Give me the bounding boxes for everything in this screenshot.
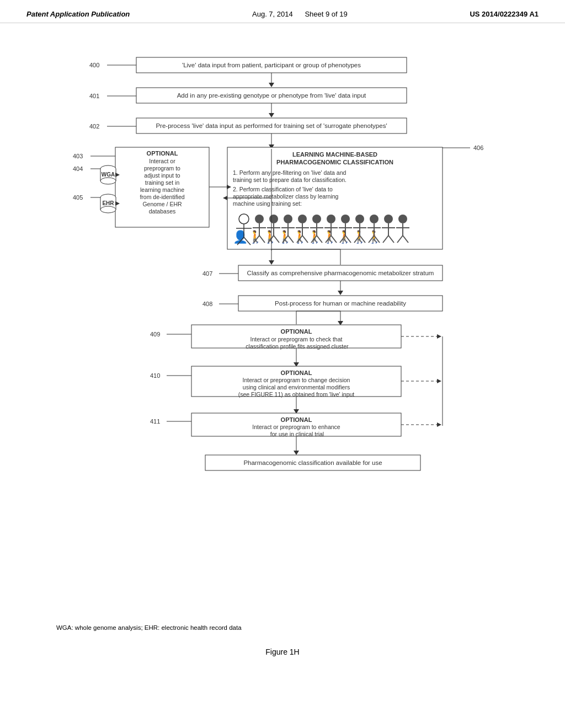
svg-point-57 bbox=[312, 215, 321, 223]
page-header: Patent Application Publication Aug. 7, 2… bbox=[0, 0, 565, 23]
node-411-title: OPTIONAL bbox=[281, 416, 312, 423]
label-403: 403 bbox=[73, 153, 83, 159]
node-411-l1: Interact or preprogram to enhance bbox=[252, 424, 340, 430]
node-406-p1b: training set to prepare data for classif… bbox=[233, 176, 347, 183]
node-403-l3: adjust input to bbox=[144, 172, 180, 179]
svg-point-72 bbox=[355, 215, 364, 223]
node-403-l4: training set in bbox=[145, 179, 180, 186]
figure-caption: Figure 1H bbox=[265, 647, 299, 656]
node-402-text: Pre-process 'live' data input as perform… bbox=[156, 122, 387, 129]
svg-point-77 bbox=[370, 215, 379, 223]
footnote: WGA: whole genome analysis; EHR: electro… bbox=[56, 624, 509, 631]
svg-marker-3 bbox=[269, 83, 274, 87]
node-412-text: Pharmacogenomic classification available… bbox=[243, 459, 382, 466]
label-410: 410 bbox=[150, 372, 160, 379]
node-407-text: Classify as comprehensive pharmacogenomi… bbox=[247, 270, 434, 276]
node-403-title: OPTIONAL bbox=[147, 150, 178, 157]
svg-marker-122 bbox=[437, 422, 441, 427]
node-406-p2b: appropriate metabolizer class by learnin… bbox=[233, 193, 339, 200]
svg-point-37 bbox=[255, 215, 264, 223]
svg-point-67 bbox=[341, 215, 350, 223]
svg-point-47 bbox=[284, 215, 292, 223]
node-408-text: Post-process for human or machine readab… bbox=[275, 300, 406, 307]
node-410-l1: Interact or preprogram to change decisio… bbox=[243, 377, 350, 383]
svg-marker-124 bbox=[294, 451, 299, 455]
label-404: 404 bbox=[73, 165, 83, 172]
svg-marker-110 bbox=[437, 334, 441, 339]
label-400: 400 bbox=[89, 62, 99, 68]
node-404-label: WGA bbox=[102, 172, 115, 178]
header-center: Aug. 7, 2014 Sheet 9 of 19 bbox=[252, 10, 348, 18]
svg-point-82 bbox=[384, 215, 393, 223]
node-401-text: Add in any pre-existing genotype or phen… bbox=[177, 92, 366, 99]
node-403-l7: Genome / EHR bbox=[142, 201, 182, 207]
node-406-title2: PHARMACOGENOMIC CLASSIFICATION bbox=[276, 159, 393, 165]
header-date: Aug. 7, 2014 bbox=[252, 10, 293, 18]
node-410-title: OPTIONAL bbox=[281, 370, 312, 376]
node-406-p2c: machine using training set: bbox=[233, 200, 302, 207]
label-406: 406 bbox=[473, 144, 483, 151]
svg-point-27 bbox=[100, 206, 116, 213]
node-406-p1: 1. Perform any pre-filtering on 'live' d… bbox=[233, 169, 347, 176]
label-411: 411 bbox=[150, 418, 160, 425]
header-sheet: Sheet 9 of 19 bbox=[305, 10, 347, 18]
svg-marker-116 bbox=[437, 379, 441, 383]
svg-marker-98 bbox=[269, 260, 274, 265]
svg-point-87 bbox=[398, 215, 407, 223]
label-401: 401 bbox=[89, 93, 99, 99]
node-410-l2: using clinical and environmental modifie… bbox=[243, 384, 350, 390]
node-406-p2: 2. Perform classification of 'live' data… bbox=[233, 186, 333, 192]
svg-point-62 bbox=[327, 215, 335, 223]
svg-point-52 bbox=[298, 215, 307, 223]
svg-point-19 bbox=[100, 178, 116, 184]
node-405-label: EHR bbox=[102, 200, 114, 206]
node-409-title: OPTIONAL bbox=[281, 328, 312, 335]
header-left: Patent Application Publication bbox=[26, 10, 130, 18]
node-406-title1: LEARNING MACHINE-BASED bbox=[292, 151, 377, 158]
node-403-l9 bbox=[162, 216, 163, 223]
svg-marker-7 bbox=[269, 113, 274, 117]
node-403-l1: Interact or bbox=[149, 158, 175, 164]
svg-marker-96 bbox=[223, 196, 227, 200]
node-403-l8: databases bbox=[149, 208, 175, 215]
svg-point-42 bbox=[269, 215, 278, 223]
node-403-l2: preprogram to bbox=[144, 165, 180, 172]
node-400-text: 'Live' data input from patient, particip… bbox=[182, 62, 361, 68]
label-408: 408 bbox=[202, 301, 212, 307]
svg-marker-102 bbox=[338, 291, 343, 295]
node-403-l6: from de-identified bbox=[140, 194, 184, 200]
node-409-l1: Interact or preprogram to check that bbox=[250, 336, 343, 342]
flowchart-diagram: 400 'Live' data input from patient, part… bbox=[56, 34, 509, 613]
label-409: 409 bbox=[150, 331, 160, 338]
node-403-l5: learning machine bbox=[140, 186, 184, 193]
label-407: 407 bbox=[202, 270, 212, 277]
label-405: 405 bbox=[73, 194, 83, 201]
label-402: 402 bbox=[89, 123, 99, 130]
header-right: US 2014/0222349 A1 bbox=[470, 10, 539, 18]
main-content: 400 'Live' data input from patient, part… bbox=[0, 23, 565, 667]
